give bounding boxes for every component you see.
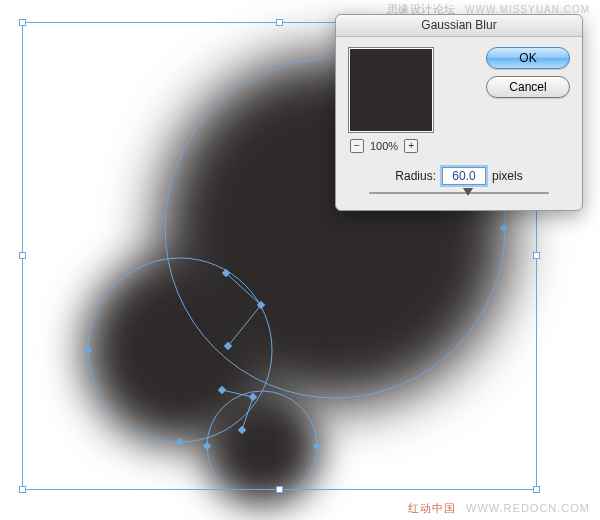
radius-row: Radius: pixels (348, 167, 570, 185)
radius-label: Radius: (395, 169, 436, 183)
zoom-out-button[interactable]: − (350, 139, 364, 153)
dialog-body: − 100% + OK Cancel Radius: pixels (336, 37, 582, 210)
minus-icon: − (354, 141, 360, 151)
watermark-bottom: 红动中国 WWW.REDOCN.COM (408, 501, 590, 516)
cancel-button[interactable]: Cancel (486, 76, 570, 98)
zoom-controls: − 100% + (350, 139, 570, 153)
resize-handle-t[interactable] (276, 19, 283, 26)
watermark-bottom-cn: 红动中国 (408, 502, 456, 514)
radius-slider[interactable] (369, 192, 549, 194)
resize-handle-bl[interactable] (19, 486, 26, 493)
resize-handle-b[interactable] (276, 486, 283, 493)
gaussian-blur-dialog: Gaussian Blur − 100% + OK Cancel Radius:… (335, 14, 583, 211)
resize-handle-r[interactable] (533, 252, 540, 259)
resize-handle-tl[interactable] (19, 19, 26, 26)
radius-input[interactable] (442, 167, 486, 185)
ok-button[interactable]: OK (486, 47, 570, 69)
zoom-in-button[interactable]: + (404, 139, 418, 153)
watermark-bottom-url: WWW.REDOCN.COM (466, 502, 590, 514)
zoom-percent: 100% (370, 140, 398, 152)
plus-icon: + (408, 141, 414, 151)
resize-handle-br[interactable] (533, 486, 540, 493)
dialog-title: Gaussian Blur (336, 15, 582, 37)
resize-handle-l[interactable] (19, 252, 26, 259)
radius-units: pixels (492, 169, 523, 183)
slider-thumb-icon[interactable] (463, 188, 473, 196)
effect-preview[interactable] (348, 47, 434, 133)
dialog-buttons: OK Cancel (486, 47, 570, 98)
